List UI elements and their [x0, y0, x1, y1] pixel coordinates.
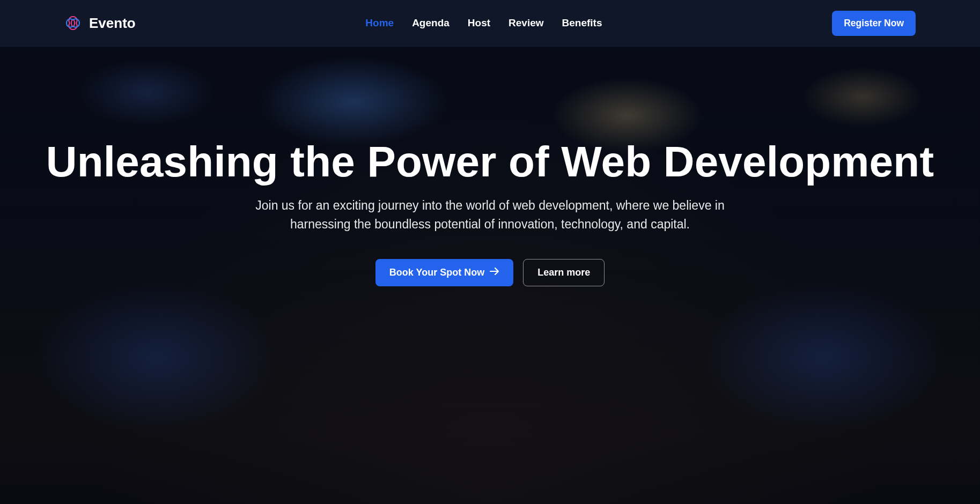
navbar: Evento Home Agenda Host Review Benefits …: [0, 0, 980, 47]
brand[interactable]: Evento: [64, 14, 136, 32]
hero-subtitle: Join us for an exciting journey into the…: [254, 196, 726, 233]
cta-primary-label: Book Your Spot Now: [389, 267, 484, 278]
hero-section: Unleashing the Power of Web Development …: [0, 47, 980, 504]
learn-more-button[interactable]: Learn more: [523, 259, 605, 286]
hero-buttons: Book Your Spot Now Learn more: [375, 259, 605, 286]
hero-title: Unleashing the Power of Web Development: [46, 140, 934, 183]
brand-name: Evento: [89, 15, 136, 32]
register-button[interactable]: Register Now: [832, 11, 916, 36]
nav-item-host[interactable]: Host: [468, 17, 490, 28]
nav-item-agenda[interactable]: Agenda: [412, 17, 450, 28]
nav-item-home[interactable]: Home: [365, 17, 394, 28]
nav-links: Home Agenda Host Review Benefits: [365, 17, 602, 29]
logo-icon: [64, 14, 82, 32]
book-spot-button[interactable]: Book Your Spot Now: [375, 259, 513, 286]
nav-item-review[interactable]: Review: [509, 17, 543, 28]
nav-item-benefits[interactable]: Benefits: [562, 17, 602, 28]
arrow-right-icon: [490, 267, 499, 278]
